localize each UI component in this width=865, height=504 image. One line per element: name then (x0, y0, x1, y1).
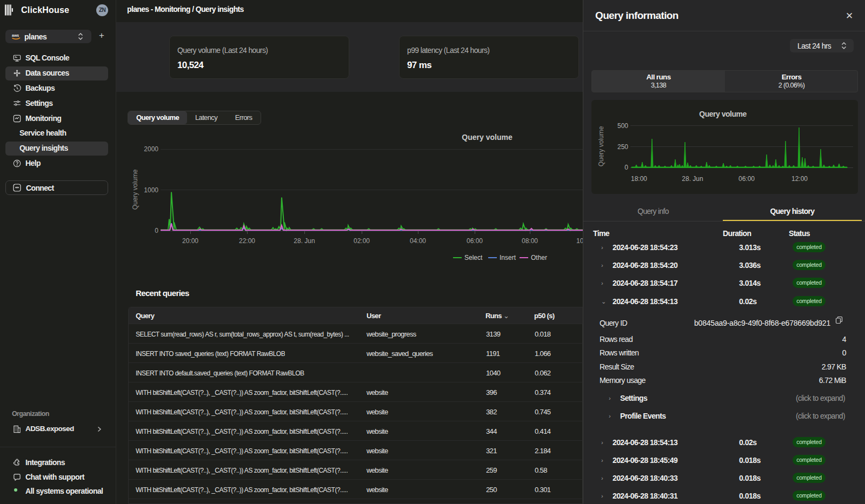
svg-text:Query volume: Query volume (699, 110, 747, 118)
svg-text:Query volume: Query volume (597, 126, 605, 166)
svg-text:2000: 2000 (144, 145, 158, 153)
svg-text:250: 250 (617, 143, 628, 151)
svg-text:18:00: 18:00 (631, 175, 647, 183)
svg-text:0: 0 (155, 227, 158, 234)
svg-text:20:00: 20:00 (182, 237, 198, 245)
svg-text:Query volume: Query volume (131, 169, 139, 210)
svg-text:02:00: 02:00 (354, 237, 370, 245)
svg-text:04:00: 04:00 (410, 237, 426, 245)
svg-text:28. Jun: 28. Jun (682, 175, 703, 183)
svg-text:10:00: 10:00 (576, 237, 583, 245)
svg-text:0: 0 (624, 164, 628, 171)
svg-text:Query volume: Query volume (462, 133, 513, 142)
svg-text:12:00: 12:00 (791, 175, 808, 183)
svg-text:08:00: 08:00 (522, 237, 538, 245)
svg-text:06:00: 06:00 (738, 175, 755, 183)
svg-text:Other: Other (531, 254, 547, 261)
svg-text:500: 500 (617, 122, 628, 130)
svg-text:1000: 1000 (144, 186, 158, 194)
svg-text:28. Jun: 28. Jun (294, 237, 315, 245)
svg-text:aws: aws (12, 33, 19, 37)
svg-text:Select: Select (464, 254, 483, 261)
svg-text:06:00: 06:00 (467, 237, 483, 245)
svg-text:22:00: 22:00 (239, 237, 255, 245)
svg-text:Insert: Insert (500, 254, 516, 261)
